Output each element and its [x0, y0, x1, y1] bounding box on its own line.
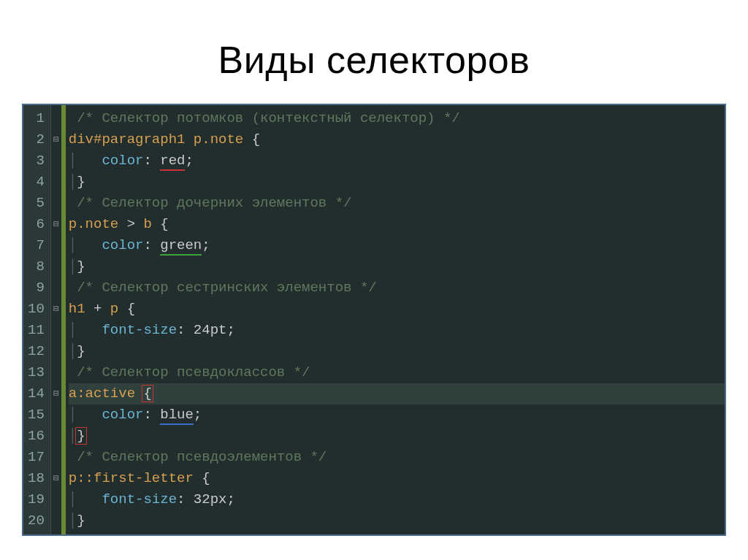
code-line-current: a:active { [69, 383, 725, 404]
fold-marker [51, 277, 61, 299]
code-line: │} [69, 510, 725, 532]
color-swatch-green: green [160, 235, 202, 256]
line-number: 6 [28, 214, 45, 235]
line-number: 16 [28, 426, 45, 447]
fold-marker [51, 172, 61, 193]
fold-marker [51, 362, 61, 383]
fold-marker [51, 193, 61, 214]
code-line: │} [69, 426, 725, 447]
code-line: │ font-size: 32px; [69, 489, 725, 510]
code-line: div#paragraph1 p.note { [69, 129, 725, 150]
code-line: │ color: green; [69, 235, 725, 256]
fold-toggle-icon[interactable]: ⊟ [51, 299, 61, 320]
line-number: 2 [28, 129, 45, 150]
fold-marker [51, 404, 61, 426]
line-number: 8 [28, 256, 45, 277]
code-line: p.note > b { [69, 214, 725, 235]
line-number: 11 [28, 320, 45, 341]
code-line: /* Селектор псевдоэлементов */ [69, 447, 725, 468]
fold-marker [51, 426, 61, 447]
fold-marker [51, 510, 61, 532]
line-number: 14 [28, 383, 45, 404]
fold-marker [51, 108, 61, 129]
line-number: 1 [28, 108, 45, 129]
fold-marker [51, 447, 61, 468]
line-number: 4 [28, 172, 45, 193]
code-line: h1 + p { [69, 299, 725, 320]
code-line: /* Селектор потомков (контекстный селект… [69, 108, 725, 129]
fold-toggle-icon[interactable]: ⊟ [51, 129, 61, 150]
code-line: /* Селектор дочерних элементов */ [69, 193, 725, 214]
fold-marker [51, 489, 61, 510]
editor-body: 1 2 3 4 5 6 7 8 9 10 11 12 13 14 15 16 1… [23, 105, 725, 534]
color-swatch-red: red [160, 150, 185, 172]
code-line: │} [69, 172, 725, 193]
code-line: /* Селектор сестринских элементов */ [69, 277, 725, 299]
line-number: 19 [28, 489, 45, 510]
fold-marker [51, 341, 61, 362]
line-number-gutter: 1 2 3 4 5 6 7 8 9 10 11 12 13 14 15 16 1… [23, 105, 51, 534]
code-line: p::first-letter { [69, 468, 725, 489]
code-area[interactable]: /* Селектор потомков (контекстный селект… [66, 105, 725, 534]
fold-toggle-icon[interactable]: ⊟ [51, 214, 61, 235]
color-swatch-blue: blue [160, 404, 194, 426]
line-number: 17 [28, 447, 45, 468]
brace-match-icon: { [142, 385, 153, 402]
line-number: 3 [28, 150, 45, 172]
code-line: │ color: blue; [69, 404, 725, 426]
line-number: 12 [28, 341, 45, 362]
line-number: 15 [28, 404, 45, 426]
code-line: │} [69, 256, 725, 277]
code-line: │ color: red; [69, 150, 725, 172]
fold-marker [51, 150, 61, 172]
brace-match-icon: } [75, 427, 86, 445]
fold-toggle-icon[interactable]: ⊟ [51, 383, 61, 404]
fold-toggle-icon[interactable]: ⊟ [51, 468, 61, 489]
fold-marker [51, 256, 61, 277]
code-editor[interactable]: 1 2 3 4 5 6 7 8 9 10 11 12 13 14 15 16 1… [22, 104, 726, 536]
slide: Виды селекторов 1 2 3 4 5 6 7 8 9 10 11 … [0, 0, 748, 560]
code-line: │ font-size: 24pt; [69, 320, 725, 341]
line-number: 20 [28, 510, 45, 532]
line-number: 9 [28, 277, 45, 299]
line-number: 13 [28, 362, 45, 383]
line-number: 18 [28, 468, 45, 489]
line-number: 10 [28, 299, 45, 320]
slide-title: Виды селекторов [0, 0, 748, 104]
code-line: │} [69, 341, 725, 362]
code-line: /* Селектор псевдоклассов */ [69, 362, 725, 383]
fold-marker [51, 235, 61, 256]
fold-column: ⊟ ⊟ ⊟ ⊟ ⊟ [51, 105, 61, 534]
line-number: 7 [28, 235, 45, 256]
fold-marker [51, 320, 61, 341]
line-number: 5 [28, 193, 45, 214]
